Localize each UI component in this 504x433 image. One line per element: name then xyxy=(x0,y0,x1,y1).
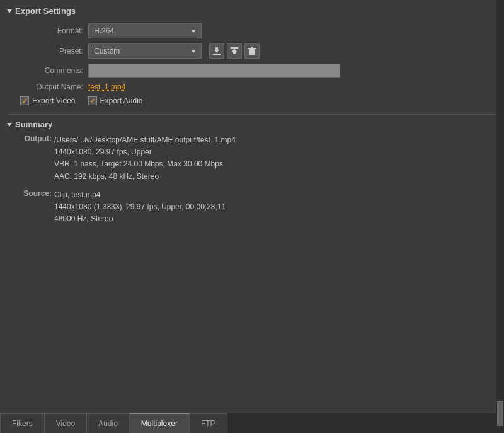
export-settings-panel: Export Settings Format: H.264 Pres xyxy=(0,0,504,433)
output-name-link[interactable]: test_1.mp4 xyxy=(88,83,125,91)
export-audio-label: Export Audio xyxy=(100,96,143,105)
output-name-label: Output Name: xyxy=(20,83,83,91)
comments-label: Comments: xyxy=(20,66,83,75)
summary-source-text: Clip, test.mp4 1440x1080 (1.3333), 29.97… xyxy=(54,189,226,226)
tab-multiplexer[interactable]: Multiplexer xyxy=(130,413,190,433)
scrollbar[interactable] xyxy=(496,0,504,433)
tab-ftp[interactable]: FTP xyxy=(190,413,227,433)
svg-rect-4 xyxy=(251,47,253,48)
settings-content: Export Settings Format: H.264 Pres xyxy=(0,0,504,413)
preset-value: Custom xyxy=(94,47,120,55)
section-header: Export Settings xyxy=(8,6,496,16)
format-dropdown[interactable]: H.264 xyxy=(88,23,202,38)
preset-row: Preset: Custom xyxy=(20,43,496,59)
summary-source-line1: Clip, test.mp4 xyxy=(54,189,226,201)
export-audio-checkbox-box[interactable]: ✓ xyxy=(88,96,97,105)
main-window: Export Settings Format: H.264 Pres xyxy=(0,0,504,433)
summary-output-line1: /Users/...iv/Desktop/AME stuff/AME outpu… xyxy=(54,134,236,146)
export-video-checkbox[interactable]: ✓ Export Video xyxy=(20,96,76,105)
summary-output-text: /Users/...iv/Desktop/AME stuff/AME outpu… xyxy=(54,134,236,183)
format-row: Format: H.264 xyxy=(20,23,496,38)
summary-output-label: Output: xyxy=(20,134,52,143)
format-dropdown-container: H.264 xyxy=(88,23,202,38)
checkboxes-row: ✓ Export Video ✓ Export Audio xyxy=(8,96,496,105)
svg-rect-3 xyxy=(248,48,256,49)
svg-rect-1 xyxy=(231,47,238,49)
svg-rect-2 xyxy=(249,49,255,55)
summary-title: Summary xyxy=(15,120,52,129)
format-value: H.264 xyxy=(94,26,114,35)
summary-source-line2: 1440x1080 (1.3333), 29.97 fps, Upper, 00… xyxy=(54,201,226,213)
delete-preset-button[interactable] xyxy=(244,43,260,59)
preset-label: Preset: xyxy=(20,47,83,55)
summary-output-line4: AAC, 192 kbps, 48 kHz, Stereo xyxy=(54,171,236,183)
tab-audio[interactable]: Audio xyxy=(87,413,130,433)
summary-header: Summary xyxy=(8,114,496,129)
summary-output-line2: 1440x1080, 29.97 fps, Upper xyxy=(54,146,236,158)
summary-source-line3: 48000 Hz, Stereo xyxy=(54,213,226,225)
summary-output-row: Output: /Users/...iv/Desktop/AME stuff/A… xyxy=(20,134,496,183)
collapse-triangle-icon[interactable] xyxy=(7,9,12,13)
preset-dropdown-container: Custom xyxy=(88,43,202,59)
output-name-row: Output Name: test_1.mp4 xyxy=(20,83,496,91)
form-rows: Format: H.264 Preset: Custom xyxy=(8,23,496,91)
export-video-label: Export Video xyxy=(32,96,76,105)
summary-section: Summary Output: /Users/...iv/Desktop/AME… xyxy=(8,114,496,225)
format-dropdown-arrow-icon xyxy=(191,30,196,33)
export-audio-checkbox[interactable]: ✓ Export Audio xyxy=(88,96,143,105)
summary-collapse-icon[interactable] xyxy=(7,123,12,127)
preset-dropdown-arrow-icon xyxy=(191,50,196,53)
export-video-checkmark-icon: ✓ xyxy=(22,97,28,105)
comments-input[interactable] xyxy=(88,64,340,78)
save-preset-icon xyxy=(212,47,221,55)
format-label: Format: xyxy=(20,26,83,35)
import-preset-icon xyxy=(230,47,239,55)
save-preset-button[interactable] xyxy=(209,43,224,59)
scrollbar-thumb[interactable] xyxy=(497,401,503,426)
svg-rect-0 xyxy=(213,54,220,55)
summary-source-row: Source: Clip, test.mp4 1440x1080 (1.3333… xyxy=(20,189,496,226)
preset-actions xyxy=(209,43,260,59)
comments-row: Comments: xyxy=(20,64,496,78)
tab-filters[interactable]: Filters xyxy=(0,413,45,433)
export-video-checkbox-box[interactable]: ✓ xyxy=(20,96,29,105)
summary-source-label: Source: xyxy=(20,189,52,198)
section-title: Export Settings xyxy=(15,6,76,16)
tab-video[interactable]: Video xyxy=(45,413,87,433)
summary-output-line3: VBR, 1 pass, Target 24.00 Mbps, Max 30.0… xyxy=(54,158,236,170)
import-preset-button[interactable] xyxy=(227,43,242,59)
summary-content: Output: /Users/...iv/Desktop/AME stuff/A… xyxy=(8,134,496,225)
tabs-bar: Filters Video Audio Multiplexer FTP xyxy=(0,413,504,433)
delete-preset-icon xyxy=(248,47,256,55)
export-audio-checkmark-icon: ✓ xyxy=(89,97,95,105)
preset-dropdown[interactable]: Custom xyxy=(88,43,202,59)
